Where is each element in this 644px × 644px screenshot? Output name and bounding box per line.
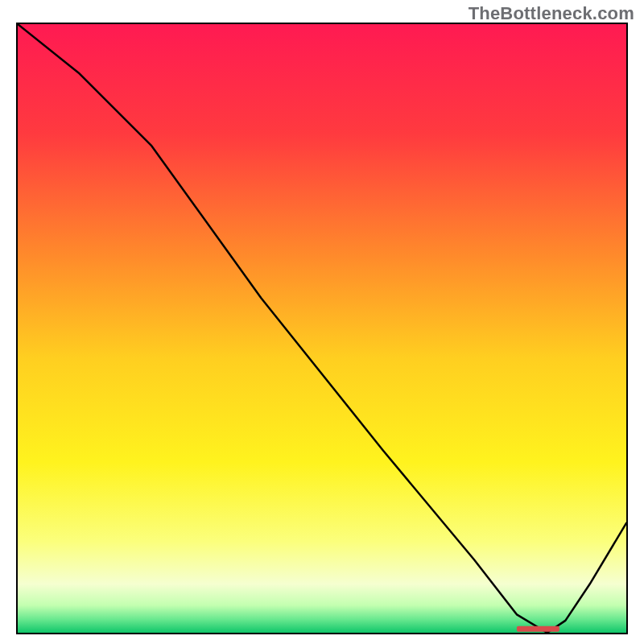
optimum-marker xyxy=(517,626,559,632)
gradient-fill xyxy=(18,24,626,633)
chart-svg xyxy=(18,24,626,633)
chart-stage: TheBottleneck.com xyxy=(0,0,644,644)
plot-area xyxy=(16,23,628,634)
attribution-text: TheBottleneck.com xyxy=(469,3,634,24)
